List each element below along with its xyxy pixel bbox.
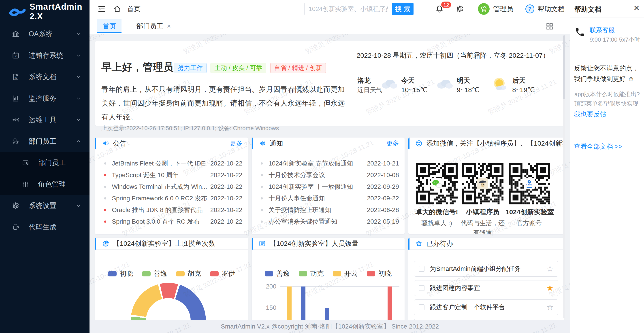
todo-checkbox[interactable] — [419, 266, 424, 272]
sidebar-item-部门员工[interactable]: 部门员工 — [0, 131, 90, 152]
wechat-card: 添加微信，关注【小镇程序员】、【1024创新实验室】 卓大的微信号!骚扰卓大 :… — [408, 138, 564, 234]
tab-department[interactable]: 部门员工 × — [132, 19, 176, 33]
help-question-icon[interactable]: ? — [526, 4, 534, 13]
legend-item[interactable]: 初晓 — [367, 269, 392, 278]
search-button[interactable]: 搜 索 — [392, 3, 414, 15]
sidebar-item-运维工具[interactable]: 运维工具 — [0, 109, 90, 131]
all-docs-link[interactable]: 查看全部文档 >> — [574, 142, 622, 151]
list-item-text[interactable]: TypeScript 诞生 10 周年 — [112, 171, 208, 179]
tab-close-icon[interactable]: × — [167, 19, 171, 33]
sidebar-item-监控服务[interactable]: 监控服务 — [0, 88, 90, 109]
list-item-text[interactable]: Spring Framework 6.0.0 RC2 发布 — [112, 194, 208, 203]
sidebar-item-系统设置[interactable]: 系统设置 — [0, 195, 90, 217]
todo-item[interactable]: 跟进客户定制一个软件平台☆ — [414, 300, 558, 315]
star-filled-icon[interactable]: ★ — [546, 284, 554, 292]
username[interactable]: 管理员 — [493, 0, 513, 18]
footer: SmartAdmin V2.x @copyright 河南·洛阳【1024创新实… — [90, 320, 570, 333]
chevron-down-icon — [76, 117, 82, 123]
list-item-text[interactable]: 1024创新实验室 十一放假通知 — [268, 183, 364, 191]
todo-checkbox[interactable] — [419, 285, 424, 291]
card-title: 通知 — [270, 139, 283, 148]
legend-item[interactable]: 初晓 — [108, 269, 133, 278]
qr-caption-title: 1024创新实验室 — [506, 208, 553, 217]
user-avatar[interactable]: 管 — [478, 3, 490, 15]
sidebar-subitem-label: 角色管理 — [38, 180, 66, 189]
search-input[interactable] — [304, 3, 392, 15]
list-item: 1024创新实验室 春节放假通知2022-10-21 — [252, 158, 404, 169]
legend-item[interactable]: 开云 — [333, 269, 358, 278]
legend-item[interactable]: 胡克 — [176, 269, 201, 278]
sidebar-subitem-角色管理[interactable]: 角色管理 — [0, 174, 90, 195]
weather-day-temp: 9~18℃ — [457, 86, 479, 94]
close-icon[interactable]: × — [634, 2, 640, 14]
list-item-text[interactable]: 关于疫情防控上班通知 — [268, 206, 364, 214]
feedback-sample-2: 顶部菜单希望能尽快实现 — [574, 100, 638, 108]
fish-chart-card: 【1024创新实验室】上班摸鱼次数 初晓善逸胡克罗伊 — [95, 238, 248, 333]
list-item-date: 2022-10-21 — [367, 160, 399, 167]
list-item-date: 2022-10-22 — [210, 160, 242, 167]
breadcrumb[interactable]: 首页 — [127, 0, 140, 18]
home-icon[interactable] — [113, 5, 121, 13]
legend-label: 初晓 — [120, 269, 133, 278]
list-item-text[interactable]: 1024创新实验室 春节放假通知 — [268, 159, 364, 168]
list-item-text[interactable]: Spring Boot 3.0.0 首个 RC 发布 — [112, 217, 208, 226]
tab-layout-grid-icon[interactable] — [546, 22, 553, 30]
settings-gear-icon[interactable] — [456, 5, 464, 13]
star-outline-icon[interactable]: ☆ — [546, 265, 554, 273]
tab-home[interactable]: 首页 — [97, 19, 122, 33]
legend-label: 开云 — [344, 269, 358, 278]
qr-code[interactable] — [462, 163, 504, 204]
todo-item[interactable]: 跟进团建内容事宜★ — [414, 280, 558, 296]
legend-item[interactable]: 善逸 — [265, 269, 290, 278]
todo-item[interactable]: 为SmartAdmin前端小组分配任务☆ — [414, 261, 558, 277]
legend-item[interactable]: 善逸 — [142, 269, 167, 278]
sidebar-item-label: 进销存系统 — [29, 51, 63, 60]
legend-chip — [108, 271, 116, 277]
qr-caption-sub: 代码与生活，还有钱途 — [459, 219, 506, 234]
feedback-link[interactable]: 我也要反馈 — [574, 110, 606, 119]
sidebar-subitem-部门员工[interactable]: 部门员工 — [0, 152, 90, 174]
topbar: 首页 搜 索 12 管 管理员 ? 帮助文档 — [90, 0, 570, 18]
legend-chip — [333, 271, 341, 277]
list-item-text[interactable]: Windows Terminal 正式成为 Win... — [112, 183, 208, 191]
more-link[interactable]: 更多 — [386, 139, 399, 148]
list-item: 1024创新实验室 十一放假通知2022-09-29 — [252, 181, 404, 193]
sidebar-item-系统文档[interactable]: W系统文档 — [0, 66, 90, 88]
list-item-text[interactable]: JetBrains Fleet 公测，下一代 IDE — [112, 159, 208, 168]
list-item-text[interactable]: 办公室消杀关键位置通知 — [268, 217, 364, 226]
more-link[interactable]: 更多 — [230, 139, 242, 148]
list-item-text[interactable]: 十月份人事任命通知 — [268, 194, 364, 203]
legend-item[interactable]: 胡克 — [299, 269, 324, 278]
contact-support-link[interactable]: 联系客服 — [590, 26, 615, 34]
app-logo: SmartAdmin 2.X — [0, 0, 90, 23]
sidebar-item-代码生成[interactable]: 代码生成 — [0, 217, 90, 238]
qr-code[interactable]: 1024 — [508, 163, 550, 204]
date-line: 2022-10-28 星期五，农历十初四（当前霜降，立冬 2022-11-07） — [357, 51, 549, 60]
monitor-icon — [12, 94, 20, 102]
chevron-down-icon — [76, 74, 82, 80]
scrollbar-thumb[interactable] — [563, 35, 565, 99]
tab-department-label: 部门员工 — [136, 19, 163, 33]
coffee-icon — [12, 223, 20, 231]
star-outline-icon[interactable]: ☆ — [546, 303, 554, 311]
help-doc-link[interactable]: 帮助文档 — [538, 0, 564, 18]
legend-item[interactable]: 罗伊 — [210, 269, 235, 278]
list-item-text[interactable]: Oracle 推出 JDK 8 的直接替代品 — [112, 206, 208, 214]
list-item-text[interactable]: 十月份技术分享会议 — [268, 171, 364, 179]
list-item: 十月份技术分享会议2022-10-08 — [252, 169, 404, 181]
sidebar-item-进销存系统[interactable]: ¥进销存系统 — [0, 45, 90, 66]
list-dot — [261, 174, 263, 176]
y-axis-tick: 200 — [261, 283, 276, 290]
sidebar-item-OA系统[interactable]: OA系统 — [0, 23, 90, 45]
greeting-badge: 主动 / 皮实 / 可靠 — [210, 63, 266, 73]
qr-code[interactable] — [416, 163, 458, 204]
collapse-menu-icon[interactable] — [97, 5, 106, 13]
weather-day-label: 明天 — [457, 76, 470, 85]
legend-label: 胡克 — [188, 269, 201, 278]
todo-checkbox[interactable] — [419, 304, 424, 310]
support-hours: 9:00-17:00 5x7小时 — [590, 36, 640, 44]
svg-text:1024: 1024 — [526, 184, 532, 187]
list-item: Spring Boot 3.0.0 首个 RC 发布2022-10-22 — [95, 216, 248, 227]
qr-caption-sub: 官方账号 — [506, 219, 553, 228]
qr-column: 小镇程序员代码与生活，还有钱途 — [459, 163, 506, 234]
